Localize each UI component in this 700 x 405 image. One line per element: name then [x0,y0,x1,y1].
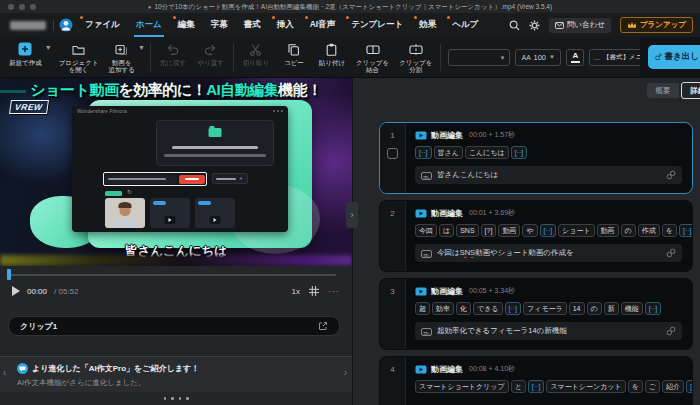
clip-checkbox[interactable] [387,148,398,159]
word-chip[interactable]: と [511,380,526,393]
next-notice-chevron[interactable]: › [344,367,347,378]
format-menu-button[interactable]: … 【書式】メニュー [589,49,647,66]
more-options-icon[interactable]: ··· [328,286,340,296]
toolbar-copy-button[interactable]: コピー [275,37,313,67]
import-media-icon [209,128,222,137]
video-preview[interactable]: ショート動画を効率的に！AI自動編集機能！ VREW Wondershare F… [0,78,352,266]
word-chip[interactable]: スマートシーンカット [546,380,625,393]
gap-chip[interactable]: [··] [415,146,432,159]
user-avatar[interactable] [59,18,73,32]
word-chip[interactable]: ショート [558,224,595,237]
word-chip[interactable]: 超 [415,302,430,315]
text-color-button[interactable]: A [566,49,584,66]
link-icon[interactable] [666,322,676,340]
word-chip[interactable]: 効率 [432,302,454,315]
video-edit-icon [415,360,427,378]
gap-chip[interactable]: [··] [511,146,528,159]
word-chip[interactable]: 動画 [597,224,619,237]
collapse-panel-handle[interactable]: › [346,202,358,228]
word-chip[interactable]: スマートショートクリップ [415,380,509,393]
menu-tab-編集[interactable]: 編集 [170,13,203,37]
subtitle-row[interactable]: 今回はSNS動画やショート動画の作成を [415,244,682,262]
clip-card-2[interactable]: 2 動画編集 00:01 + 3.69秒 今回はSNS[?]動画や[··]ショー… [379,200,693,272]
clip-title-bar[interactable]: クリップ1 [8,316,340,336]
toolbar-paste-button[interactable]: 貼り付け [313,37,351,67]
panel-tab-概要[interactable]: 概要 [647,83,679,98]
subtitle-row[interactable]: 超効率化できるフィモーラ14の新機能 [415,322,682,340]
font-size-control[interactable]: AA 100 ▼ [515,49,561,66]
word-chip[interactable]: 機能 [621,302,643,315]
word-chip[interactable]: こんにちは [465,146,509,159]
word-chip[interactable]: の [621,224,636,237]
playhead[interactable] [7,269,11,280]
toolbar-open-button[interactable]: プロジェクト を開く [54,37,104,75]
chevron-down-icon[interactable]: ▼ [138,44,145,51]
gap-chip[interactable]: [··] [528,380,545,393]
menu-tab-挿入[interactable]: 挿入 [269,13,302,37]
timeline-track[interactable] [10,274,336,276]
word-chip[interactable]: 皆さん [434,146,463,159]
gap-chip[interactable]: [··] [645,302,662,315]
word-chip[interactable]: を [628,380,643,393]
toolbar-new-button[interactable]: 新規で作成 ▼ [4,37,54,67]
menu-tab-ヘルプ[interactable]: ヘルプ [444,13,486,37]
word-chip[interactable]: 作成 [638,224,660,237]
word-chip[interactable]: できる [473,302,503,315]
word-chip[interactable]: や [522,224,537,237]
pagination-dot[interactable] [171,397,174,400]
pagination-dot[interactable] [164,397,167,400]
word-chips: 今回はSNS[?]動画や[··]ショート動画の作成を[··] [415,224,684,237]
word-chip[interactable]: を [662,224,677,237]
contact-button[interactable]: 問い合わせ [549,18,611,33]
open-external-icon[interactable] [318,317,328,335]
menu-tab-字幕[interactable]: 字幕 [203,13,236,37]
word-chip[interactable]: 化 [456,302,471,315]
settings-gear-icon[interactable] [529,20,540,31]
menu-tab-書式[interactable]: 書式 [236,13,269,37]
link-icon[interactable] [666,244,676,262]
menu-tab-AI音声[interactable]: AI音声 [302,13,344,37]
word-chip[interactable]: の [587,302,602,315]
clip-card-4[interactable]: 4 動画編集 00:08 + 4.10秒 スマートショートクリップと[··]スマ… [379,356,693,405]
play-button[interactable] [12,286,20,296]
menu-tab-ホーム[interactable]: ホーム [128,13,170,37]
grid-view-icon[interactable] [309,282,319,300]
word-chip[interactable]: 動画 [498,224,520,237]
gap-chip[interactable]: [··] [505,302,522,315]
menu-tab-効果[interactable]: 効果 [411,13,444,37]
word-chip[interactable]: 14 [569,302,585,315]
search-icon[interactable] [509,20,520,31]
toolbar-split-button[interactable]: クリップを 分割 [394,37,437,75]
pagination-dot[interactable] [186,397,189,400]
font-family-select[interactable]: ▼ [448,49,510,66]
word-chip[interactable]: ご [645,380,660,393]
word-chip[interactable]: フィモーラ [523,302,567,315]
word-chip[interactable]: 新 [604,302,619,315]
panel-tab-詳細[interactable]: 詳細 [681,82,700,99]
toolbar-cut-button[interactable]: 切り取り [237,37,275,67]
gap-chip[interactable]: [··] [686,380,693,393]
subtitle-row[interactable]: 皆さんこんにちは [415,166,682,184]
prev-notice-chevron[interactable]: ‹ [3,367,6,378]
clip-card-3[interactable]: 3 動画編集 00:05 + 3.34秒 超効率化できる[··]フィモーラ14の… [379,278,693,350]
chevron-down-icon[interactable]: ▼ [45,44,52,51]
link-icon[interactable] [666,166,676,184]
gap-chip[interactable]: [··] [540,224,557,237]
menu-tab-ファイル[interactable]: ファイル [77,13,128,37]
word-chip[interactable]: 紹介 [662,380,684,393]
toolbar-addvideo-button[interactable]: 動画を 追加する ▼ [104,37,147,75]
word-chip[interactable]: 今回 [415,224,437,237]
toolbar-undo-button[interactable]: 元に戻す [154,37,192,67]
word-chip[interactable]: SNS [456,224,478,237]
menu-tab-テンプレート[interactable]: テンプレート [343,13,411,37]
gap-chip[interactable]: [··] [679,224,693,237]
toolbar-merge-button[interactable]: クリップを 結合 [351,37,394,75]
export-button[interactable]: 書き出し [648,45,700,69]
pagination-dot[interactable] [179,397,182,400]
toolbar-redo-button[interactable]: やり直す [192,37,230,67]
word-chip[interactable]: [?] [481,224,497,237]
word-chip[interactable]: は [439,224,454,237]
playback-speed-button[interactable]: 1x [292,287,300,296]
clip-card-1[interactable]: 1 動画編集 00:00 + 1.57秒 [··]皆さんこんにちは[··] 皆さ… [379,122,693,194]
plan-upgrade-button[interactable]: プランアップ [620,17,693,33]
